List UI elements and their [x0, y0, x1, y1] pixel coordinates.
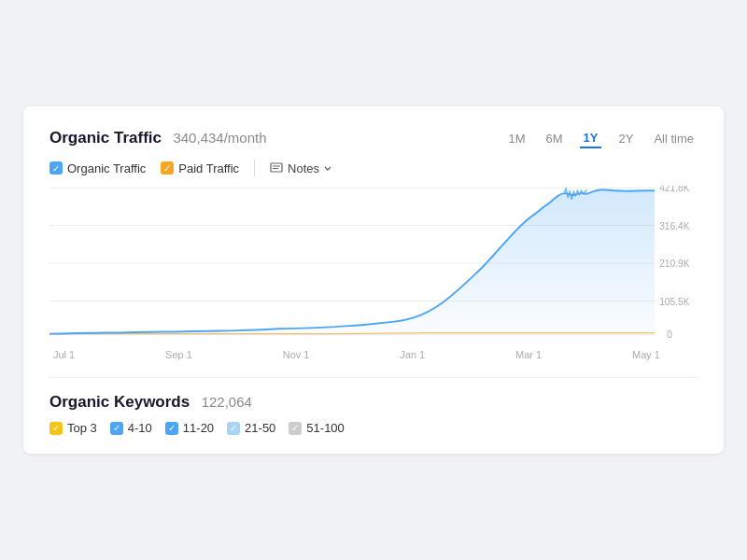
traffic-title-group: Organic Traffic 340,434/month [49, 129, 267, 147]
checkbox-4-10: ✓ [110, 422, 123, 435]
keywords-value: 122,064 [202, 394, 252, 410]
kw-4-10[interactable]: ✓ 4-10 [110, 421, 152, 435]
x-label-jan: Jan 1 [400, 349, 425, 360]
legend-paid-label: Paid Traffic [178, 161, 239, 175]
keywords-title: Organic Keywords [49, 393, 190, 411]
chart-svg: 421.8K 316.4K 210.9K 105.5K 0 [49, 186, 698, 340]
time-filters: 1M 6M 1Y 2Y All time [504, 129, 698, 148]
notes-chevron-icon [324, 166, 331, 171]
legend-organic-label: Organic Traffic [67, 161, 146, 175]
svg-text:421.8K: 421.8K [659, 186, 689, 193]
legend-divider [254, 160, 255, 176]
x-label-jul: Jul 1 [53, 349, 75, 360]
notes-label: Notes [288, 161, 319, 175]
svg-text:316.4K: 316.4K [659, 221, 689, 231]
keywords-header: Organic Keywords 122,064 [49, 393, 698, 412]
kw-11-20[interactable]: ✓ 11-20 [165, 421, 214, 435]
checkbox-paid: ✓ [161, 161, 174, 175]
checkbox-21-50: ✓ [227, 422, 240, 435]
kw-51-100-label: 51-100 [306, 421, 344, 435]
svg-rect-0 [271, 163, 282, 172]
kw-21-50[interactable]: ✓ 21-50 [227, 421, 275, 435]
svg-text:105.5K: 105.5K [659, 297, 689, 307]
svg-text:210.9K: 210.9K [659, 259, 689, 269]
traffic-legend: ✓ Organic Traffic ✓ Paid Traffic Notes [49, 160, 698, 176]
checkbox-51-100: ✓ [289, 422, 302, 435]
filter-alltime[interactable]: All time [650, 130, 698, 147]
x-label-nov: Nov 1 [283, 349, 310, 360]
legend-organic[interactable]: ✓ Organic Traffic [49, 161, 146, 175]
checkbox-top3: ✓ [49, 422, 63, 435]
kw-21-50-label: 21-50 [245, 421, 275, 435]
traffic-chart: 421.8K 316.4K 210.9K 105.5K 0 [49, 186, 698, 340]
traffic-header: Organic Traffic 340,434/month 1M 6M 1Y 2… [49, 129, 698, 148]
checkbox-11-20: ✓ [165, 422, 178, 435]
kw-top3-label: Top 3 [67, 421, 97, 435]
traffic-title: Organic Traffic [49, 129, 162, 147]
x-label-sep: Sep 1 [165, 349, 192, 360]
legend-paid[interactable]: ✓ Paid Traffic [161, 161, 239, 175]
filter-6m[interactable]: 6M [543, 130, 567, 147]
keywords-legend: ✓ Top 3 ✓ 4-10 ✓ 11-20 ✓ 21-50 ✓ 51-100 [49, 421, 698, 435]
notes-icon [270, 162, 283, 174]
keywords-section: Organic Keywords 122,064 ✓ Top 3 ✓ 4-10 … [49, 377, 698, 435]
checkbox-organic: ✓ [49, 161, 63, 175]
kw-4-10-label: 4-10 [128, 421, 152, 435]
notes-button[interactable]: Notes [270, 161, 331, 175]
svg-text:0: 0 [667, 329, 672, 340]
traffic-value: 340,434/month [173, 130, 266, 146]
filter-2y[interactable]: 2Y [614, 130, 637, 147]
x-label-may: May 1 [632, 349, 660, 360]
main-card: Organic Traffic 340,434/month 1M 6M 1Y 2… [23, 106, 724, 454]
kw-51-100[interactable]: ✓ 51-100 [289, 421, 344, 435]
x-axis: Jul 1 Sep 1 Nov 1 Jan 1 Mar 1 May 1 [49, 345, 698, 360]
x-label-mar: Mar 1 [515, 349, 542, 360]
filter-1m[interactable]: 1M [504, 130, 529, 147]
filter-1y[interactable]: 1Y [580, 129, 602, 148]
kw-11-20-label: 11-20 [183, 421, 214, 435]
kw-top3[interactable]: ✓ Top 3 [49, 421, 97, 435]
